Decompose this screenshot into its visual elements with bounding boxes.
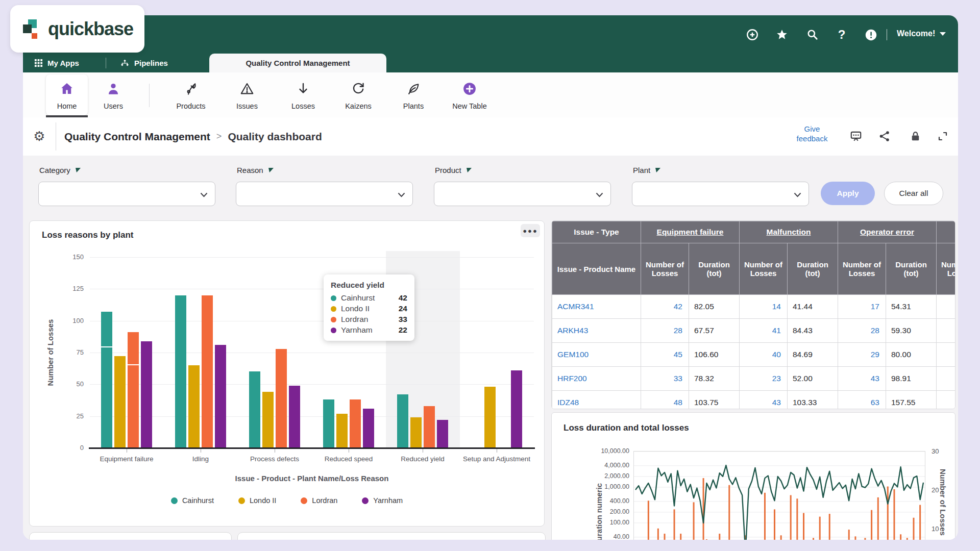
duration-bar[interactable] [728, 485, 730, 540]
duration-bar[interactable] [674, 509, 675, 540]
product-link[interactable]: GEM100 [552, 343, 641, 367]
bar-cainhurst-idling[interactable] [175, 295, 186, 448]
give-feedback-link[interactable]: Give feedback [789, 124, 836, 144]
fullscreen-icon[interactable] [935, 129, 950, 144]
losses-count-link[interactable]: 41 [740, 319, 788, 343]
duration-bar[interactable] [906, 538, 908, 540]
losses-count-link[interactable]: 28 [838, 319, 886, 343]
table-group-header[interactable]: Operator error [838, 221, 937, 243]
duration-bar[interactable] [900, 534, 901, 540]
duration-bar[interactable] [657, 529, 659, 540]
bar-yarnham-equipment-failure[interactable] [141, 341, 152, 448]
duration-bar[interactable] [780, 535, 782, 540]
bar-yarnham-reduced-yield[interactable] [437, 420, 448, 448]
duration-bar[interactable] [803, 513, 804, 540]
bar-lordran-reduced-yield[interactable] [424, 406, 435, 448]
bar-lordran-equipment-failure[interactable] [128, 332, 139, 448]
duration-bar[interactable] [893, 489, 895, 540]
filter-select-plant[interactable] [632, 182, 809, 206]
losses-count-link[interactable]: 17 [838, 295, 886, 319]
add-icon[interactable] [745, 28, 760, 42]
bar-yarnham-idling[interactable] [215, 345, 226, 448]
welcome-menu[interactable]: Welcome! [897, 29, 946, 38]
bar-lordran-process-defects[interactable] [276, 349, 287, 448]
duration-bar[interactable] [887, 487, 889, 540]
quickbase-logo[interactable]: quickbase [10, 5, 144, 53]
duration-bar[interactable] [877, 497, 879, 540]
duration-bar[interactable] [919, 505, 921, 540]
bar-cainhurst-reduced-speed[interactable] [323, 399, 334, 448]
alerts-icon[interactable] [864, 28, 878, 42]
product-link[interactable]: HRF200 [552, 367, 641, 391]
toolbar-item-products[interactable]: Products [166, 77, 215, 114]
duration-bar[interactable] [913, 518, 914, 540]
breadcrumb-app[interactable]: Quality Control Management [64, 131, 210, 143]
filter-select-product[interactable] [434, 182, 611, 206]
duration-bar[interactable] [848, 530, 850, 540]
filter-select-category[interactable] [38, 182, 215, 206]
toolbar-item-plants[interactable]: Plants [389, 77, 438, 114]
toolbar-item-users[interactable]: Users [89, 77, 138, 114]
share-icon[interactable] [877, 129, 892, 144]
apply-button[interactable]: Apply [821, 182, 875, 205]
duration-bar[interactable] [648, 500, 649, 540]
bar-cainhurst-equipment-failure[interactable] [101, 312, 112, 448]
gear-icon[interactable]: ⚙ [32, 129, 47, 144]
losses-count-link[interactable]: 43 [740, 391, 788, 410]
bar-yarnham-process-defects[interactable] [289, 386, 300, 448]
losses-count-link[interactable]: 48 [641, 391, 689, 410]
toolbar-item-losses[interactable]: Losses [279, 77, 328, 114]
present-icon[interactable] [848, 129, 864, 144]
table-group-header[interactable]: Te [937, 221, 955, 243]
losses-count-link[interactable]: 45 [641, 343, 689, 367]
duration-bar[interactable] [854, 536, 856, 540]
product-link[interactable]: IDZ48 [552, 391, 641, 410]
bar-yarnham-reduced-speed[interactable] [363, 409, 374, 448]
card-menu-button[interactable]: ●●● [521, 224, 540, 237]
table-group-header[interactable]: Malfunction [740, 221, 838, 243]
search-icon[interactable] [805, 28, 820, 42]
losses-count-link[interactable]: 23 [740, 367, 788, 391]
bar-lordran-idling[interactable] [202, 295, 213, 448]
duration-bar[interactable] [829, 514, 830, 540]
filter-select-reason[interactable] [236, 182, 413, 206]
table-group-header[interactable]: Equipment failure [641, 221, 740, 243]
duration-bar[interactable] [871, 510, 872, 540]
toolbar-item-new-table[interactable]: New Table [445, 77, 494, 114]
bar-lordran-reduced-speed[interactable] [350, 399, 361, 448]
bar-yarnham-setup-and-adjustment[interactable] [511, 370, 522, 448]
nav-tab-my-apps[interactable]: My Apps [34, 54, 79, 72]
clear-all-button[interactable]: Clear all [884, 182, 943, 205]
toolbar-item-issues[interactable]: Issues [223, 77, 272, 114]
duration-bar[interactable] [764, 493, 766, 540]
nav-tab-pipelines[interactable]: Pipelines [120, 54, 168, 72]
losses-count-link[interactable]: 28 [641, 319, 689, 343]
losses-count-link[interactable]: 42 [641, 295, 689, 319]
bar-cainhurst-reduced-yield[interactable] [397, 394, 408, 448]
bar-londo-ii-idling[interactable] [188, 365, 200, 448]
duration-bar[interactable] [706, 539, 707, 540]
duration-bar[interactable] [790, 495, 792, 540]
duration-bar[interactable] [819, 517, 821, 540]
duration-bar[interactable] [774, 509, 775, 540]
losses-count-link[interactable]: 63 [838, 391, 886, 410]
losses-count-link[interactable]: 33 [641, 367, 689, 391]
product-link[interactable]: ARKH43 [552, 319, 641, 343]
favorites-star-icon[interactable] [775, 28, 789, 42]
bar-londo-ii-setup-and-adjustment[interactable] [484, 387, 496, 448]
losses-count-link[interactable]: 43 [838, 367, 886, 391]
losses-count-link[interactable]: 29 [838, 343, 886, 367]
toolbar-item-kaizens[interactable]: Kaizens [334, 77, 383, 114]
duration-bar[interactable] [693, 502, 695, 540]
duration-bar[interactable] [864, 538, 866, 540]
duration-bar[interactable] [664, 534, 666, 540]
bar-londo-ii-equipment-failure[interactable] [114, 356, 126, 448]
duration-bar[interactable] [813, 538, 814, 540]
lock-icon[interactable] [908, 129, 923, 144]
duration-bar[interactable] [719, 534, 720, 540]
duration-bar[interactable] [796, 498, 798, 540]
toolbar-item-home[interactable]: Home [42, 77, 91, 114]
bar-cainhurst-process-defects[interactable] [249, 371, 260, 448]
duration-bar[interactable] [680, 534, 681, 540]
losses-count-link[interactable]: 40 [740, 343, 788, 367]
